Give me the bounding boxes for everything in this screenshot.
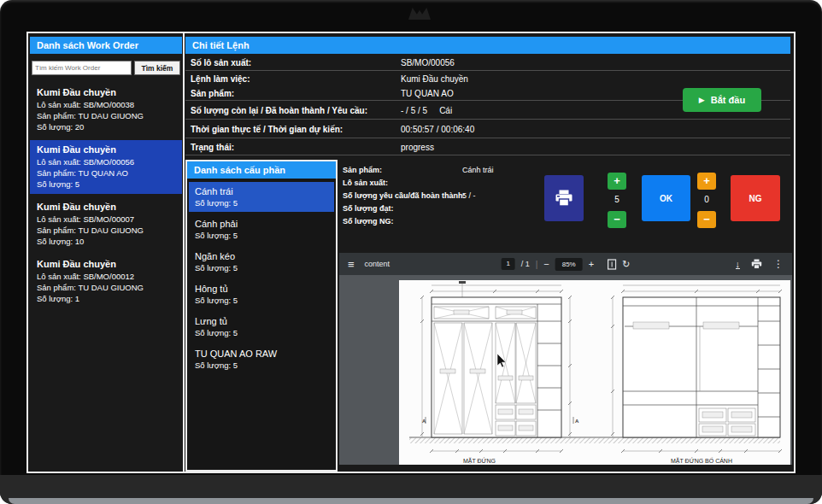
component-qty: Số lượng: 5 bbox=[195, 360, 328, 371]
zoom-out-button[interactable]: − bbox=[543, 259, 549, 269]
field-label: Lô sản xuất: bbox=[343, 179, 388, 187]
component-name: Ngăn kéo bbox=[195, 250, 328, 262]
main-area: Chi tiết Lệnh Số lô sản xuất: SB/MO/0005… bbox=[185, 33, 794, 472]
print-label-button[interactable] bbox=[544, 175, 584, 221]
technical-drawing: A A MẶT ĐỨNG bbox=[399, 280, 790, 465]
field-label: Số lượng đạt: bbox=[343, 204, 393, 213]
component-qty: Số lượng: 5 bbox=[195, 197, 328, 208]
field-value: 5 / - bbox=[462, 191, 476, 200]
ok-increment-button[interactable]: + bbox=[608, 173, 626, 190]
field-value: Kumi Đầu chuyền bbox=[401, 73, 468, 83]
pdf-toolbar-left: ≡ content bbox=[348, 253, 390, 275]
work-order-qty: Số lượng: 1 bbox=[37, 293, 175, 304]
field-unit: Cái bbox=[439, 105, 452, 114]
monitor-frame: Danh sách Work Order Tìm kiếm Kumi Đầu c… bbox=[0, 0, 822, 504]
ng-decrement-button[interactable]: − bbox=[697, 211, 716, 228]
play-icon: ▶ bbox=[699, 96, 705, 104]
component-name: Lưng tủ bbox=[195, 315, 328, 327]
component-item-selected[interactable]: Cánh trái Số lượng: 5 bbox=[189, 182, 334, 212]
pdf-print-icon[interactable] bbox=[751, 259, 762, 269]
ok-decrement-button[interactable]: − bbox=[608, 211, 626, 228]
field-value: 00:50:57 / 00:06:40 bbox=[401, 124, 474, 133]
work-order-product: Sản phẩm: TU DAU GIUONG bbox=[37, 282, 175, 293]
field-label: Lệnh làm việc: bbox=[191, 73, 250, 83]
drawing-open-elevation: MẶT ĐỨNG BỐ CÁNH bbox=[611, 285, 782, 464]
part-detail-area: Sản phẩm: Cánh trái Lô sản xuất: Số lượn… bbox=[338, 160, 794, 472]
printer-icon bbox=[555, 190, 573, 207]
ok-count: 5 bbox=[608, 191, 626, 208]
field-value: - / 5 / 5Cái bbox=[401, 105, 452, 114]
zoom-level[interactable]: 85% bbox=[555, 258, 583, 271]
page-number-input[interactable]: 1 bbox=[502, 258, 515, 270]
lower-section: Danh sách cấu phần Cánh trái Số lượng: 5… bbox=[185, 160, 794, 472]
more-options-icon[interactable]: ⋮ bbox=[773, 258, 784, 270]
zoom-in-button[interactable]: + bbox=[589, 259, 594, 269]
component-item[interactable]: Ngăn kéo Số lượng: 5 bbox=[189, 247, 334, 277]
field-value: SB/MO/00056 bbox=[401, 57, 455, 67]
work-order-item[interactable]: Kumi Đầu chuyền Lô sản xuất: SB/MO/00038… bbox=[30, 83, 182, 137]
sidebar-title: Danh sách Work Order bbox=[30, 37, 182, 54]
field-label: Sản phẩm: bbox=[343, 166, 382, 174]
work-order-title: Kumi Đầu chuyền bbox=[37, 202, 175, 212]
ng-button[interactable]: NG bbox=[731, 175, 780, 221]
order-detail-title: Chi tiết Lệnh bbox=[185, 37, 790, 54]
drawing-label-right: MẶT ĐỨNG BỐ CÁNH bbox=[671, 456, 732, 464]
component-qty: Số lượng: 5 bbox=[195, 295, 328, 306]
field-row: Số lô sản xuất: SB/MO/00056 bbox=[185, 54, 790, 71]
work-order-item[interactable]: Kumi Đầu chuyền Lô sản xuất: SB/MO/00007… bbox=[30, 197, 182, 251]
drawing-front-elevation: A A MẶT ĐỨNG bbox=[420, 281, 579, 464]
pdf-toolbar-center: 1 / 1 | − 85% + ↻ bbox=[502, 253, 631, 275]
pdf-viewer: ≡ content 1 / 1 | − 85% + bbox=[339, 253, 792, 465]
fit-page-icon[interactable] bbox=[607, 259, 616, 270]
monitor-stand-base bbox=[9, 498, 813, 504]
pdf-content: A A MẶT ĐỨNG bbox=[339, 275, 792, 465]
field-label: Số lượng NG: bbox=[343, 217, 393, 226]
search-button[interactable]: Tìm kiếm bbox=[134, 61, 180, 75]
ng-count: 0 bbox=[697, 191, 716, 208]
component-list-panel: Danh sách cấu phần Cánh trái Số lượng: 5… bbox=[185, 160, 338, 472]
start-button[interactable]: ▶ Bắt đầu bbox=[683, 88, 761, 112]
field-label: Số lượng yêu cầu/đã hoàn thành: bbox=[343, 191, 465, 200]
vertical-divider bbox=[183, 33, 185, 472]
download-icon[interactable]: ↓ bbox=[736, 260, 741, 269]
search-row: Tìm kiếm bbox=[32, 61, 180, 75]
minus-icon: − bbox=[703, 213, 710, 226]
field-value: Cánh trái bbox=[462, 166, 494, 174]
field-row: Lệnh làm việc: Kumi Đầu chuyền bbox=[185, 71, 790, 85]
drawing-label-left: MẶT ĐỨNG bbox=[463, 457, 496, 464]
work-order-qty: Số lượng: 10 bbox=[37, 236, 175, 247]
component-qty: Số lượng: 5 bbox=[195, 262, 328, 273]
component-qty: Số lượng: 5 bbox=[195, 230, 328, 241]
work-order-title: Kumi Đầu chuyền bbox=[37, 144, 175, 155]
component-name: Cánh phải bbox=[195, 218, 328, 230]
component-item[interactable]: TU QUAN AO RAW Số lượng: 5 bbox=[189, 344, 334, 374]
work-order-title: Kumi Đầu chuyền bbox=[37, 87, 175, 97]
component-name: TU QUAN AO RAW bbox=[195, 348, 328, 360]
work-order-lot: Lô sản xuất: SB/MO/00038 bbox=[37, 99, 175, 110]
ok-button[interactable]: OK bbox=[642, 175, 690, 221]
start-button-label: Bắt đầu bbox=[711, 95, 745, 105]
pdf-page: A A MẶT ĐỨNG bbox=[399, 280, 790, 465]
work-order-product: Sản phẩm: TU DAU GIUONG bbox=[37, 110, 175, 121]
search-input[interactable] bbox=[32, 61, 132, 75]
component-item[interactable]: Hông tủ Số lượng: 5 bbox=[189, 279, 334, 309]
menu-icon[interactable]: ≡ bbox=[348, 258, 355, 271]
field-label: Sản phẩm: bbox=[191, 88, 234, 97]
page-total-label: / 1 bbox=[521, 260, 530, 268]
field-row: Lô sản xuất: bbox=[343, 176, 642, 189]
work-order-item[interactable]: Kumi Đầu chuyền Lô sản xuất: SB/MO/00012… bbox=[30, 255, 182, 308]
field-row: Thời gian thực tế / Thời gian dự kiến: 0… bbox=[185, 120, 790, 138]
rotate-icon[interactable]: ↻ bbox=[622, 259, 630, 270]
component-item[interactable]: Cánh phải Số lượng: 5 bbox=[189, 214, 334, 244]
field-label: Số lô sản xuất: bbox=[191, 57, 251, 67]
work-order-lot: Lô sản xuất: SB/MO/00012 bbox=[37, 271, 175, 282]
work-order-list: Kumi Đầu chuyền Lô sản xuất: SB/MO/00038… bbox=[30, 83, 182, 308]
field-row: Số lượng yêu cầu/đã hoàn thành: 5 / - bbox=[343, 189, 642, 202]
component-list-title: Danh sách cấu phần bbox=[187, 161, 336, 179]
field-label: Trạng thái: bbox=[191, 142, 234, 151]
component-name: Hông tủ bbox=[195, 283, 328, 295]
work-order-title: Kumi Đầu chuyền bbox=[37, 259, 175, 269]
component-item[interactable]: Lưng tủ Số lượng: 5 bbox=[189, 312, 334, 342]
ng-increment-button[interactable]: + bbox=[697, 173, 716, 190]
work-order-item-selected[interactable]: Kumi Đầu chuyền Lô sản xuất: SB/MO/00056… bbox=[30, 140, 182, 194]
